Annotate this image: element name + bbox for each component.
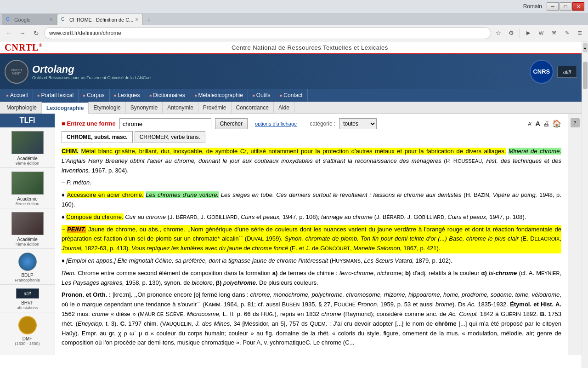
compose-ref1: (J. BÉRARD, J. GOBILLIARD, Cuirs et peau… — [168, 213, 320, 220]
browser-frame: Romain ─ □ ✕ G Google ✕ C CHROME : Défin… — [0, 0, 588, 368]
category-select[interactable]: toutes substantif verbe — [339, 118, 377, 129]
compose-highlight: Composé du chrome. — [66, 213, 123, 220]
subnav-concordance[interactable]: Concordance — [232, 102, 274, 114]
sidebar-sub-acad8: 8ème édition — [3, 201, 52, 206]
rem-text: Chrome entre comme second élément de com… — [62, 270, 561, 286]
pmeeton-text: P. méton. — [67, 179, 91, 186]
tab-chrome-close[interactable]: ✕ — [135, 17, 139, 22]
tool1-icon[interactable]: ⚒ — [548, 28, 560, 39]
bookmark-icon[interactable]: ☆ — [493, 28, 504, 39]
search-button[interactable]: Chercher — [215, 118, 248, 129]
compose-text: Cuir au chrome — [125, 213, 166, 220]
print-btn[interactable]: 🖨 — [543, 119, 549, 129]
tab-chrome-label: CHROME : Définition de C... — [69, 17, 133, 23]
subnav-lexicographie[interactable]: Lexicographie — [42, 102, 89, 114]
sidebar-item-dmf[interactable]: DMF (1330 - 1500) — [0, 312, 55, 348]
nav-contact[interactable]: Contact — [275, 89, 307, 102]
home-btn[interactable]: 🏠 — [552, 118, 561, 129]
options-section: options d'affichage — [251, 120, 297, 128]
category-label: catégorie : — [310, 120, 335, 128]
nav-lexiques[interactable]: Lexiques — [110, 89, 145, 102]
sidebar-sub-bdlp: Francophonie — [3, 278, 52, 282]
subnav-aide[interactable]: Aide — [274, 102, 294, 114]
scrollbar-track[interactable]: ▲ — [582, 41, 588, 368]
tool2-icon[interactable]: ✎ — [561, 28, 572, 39]
pronon-label: Pronon. et Orth. : — [62, 291, 111, 298]
sidebar-label-acad4: Académie — [3, 237, 52, 242]
subnav-etymologie[interactable]: Etymologie — [89, 102, 125, 114]
peint-ref3: (E. et J. de GONCOURT, Manette Salomon, … — [290, 245, 441, 252]
nav-portail[interactable]: Portail lexical — [33, 89, 79, 102]
dict-tab-chrome[interactable]: CHROME, subst. masc. — [62, 131, 133, 143]
new-tab-button[interactable]: + — [143, 15, 155, 25]
cnrtl-logo: CNRTL® — [5, 42, 43, 53]
subnav-morphologie[interactable]: Morphologie — [2, 102, 42, 114]
chim-tag: CHIM. — [62, 148, 79, 155]
google-favicon: G — [6, 17, 12, 23]
sidebar-item-bdlp[interactable]: BDLP Francophonie — [0, 249, 55, 285]
dict-tab-chromer[interactable]: CHROMER, verbe trans. — [135, 131, 205, 143]
sidebar-item-academie9[interactable]: Académie 9ème édition — [0, 127, 55, 168]
tab-chrome-def[interactable]: C CHROME : Définition de C... ✕ — [57, 14, 143, 25]
sub-nav: Morphologie Lexicographie Etymologie Syn… — [0, 102, 582, 114]
extensions-icon[interactable]: W — [536, 28, 547, 39]
tab-google[interactable]: G Google ✕ — [2, 14, 57, 25]
window-controls: ─ □ ✕ — [547, 2, 584, 11]
peint-text3: Vous repiquez les lumières avec du jaune… — [132, 245, 288, 252]
menu-icon[interactable]: ≡ — [574, 28, 585, 39]
def-section-chim: CHIM. Métal blanc grisâtre, brillant, du… — [62, 147, 561, 175]
sidebar-item-bhvf[interactable]: atilf BHVF attestations — [0, 285, 55, 312]
title-bar: Romain ─ □ ✕ — [0, 0, 588, 13]
cnrtl-banner: INVESTMENT Ortolang Outils et Ressources… — [0, 54, 582, 89]
text-controls: A- A 🖨 🏠 — [528, 118, 561, 129]
nav-metalexicographie[interactable]: Métalexicographie — [190, 89, 248, 102]
tab-google-close[interactable]: ✕ — [49, 17, 53, 22]
def-compose-chrome: ♦ Composé du chrome. Cuir au chrome (J. … — [62, 213, 561, 222]
subnav-proxemie[interactable]: Proxémie — [198, 102, 232, 114]
rem-label: Rem. — [62, 270, 76, 276]
compose-text2: tannage au chrome — [321, 213, 373, 220]
sidebar-item-academie4[interactable]: Académie 4ème édition — [0, 208, 55, 249]
text-larger-btn[interactable]: A — [535, 119, 540, 129]
text-smaller-btn[interactable]: A- — [528, 120, 532, 127]
right-icon-1[interactable]: ? — [571, 118, 580, 127]
chrome-favicon: C — [61, 17, 68, 23]
search-area: ■ Entrez une forme Chercher options d'af… — [62, 118, 561, 129]
settings-icon[interactable]: ⚙ — [506, 28, 517, 39]
right-panel: ? — [568, 114, 582, 355]
peint-text2: Ton fin pour demi-teinte d'or (...) Base… — [361, 235, 519, 242]
nav-corpus[interactable]: Corpus — [79, 89, 110, 102]
dash-peint: – — [62, 226, 67, 233]
back-button[interactable]: ← — [3, 27, 15, 39]
nav-dictionnaires[interactable]: Dictionnaires — [145, 89, 190, 102]
forward-button[interactable]: → — [17, 27, 28, 39]
nav-accueil[interactable]: Accueil — [2, 89, 33, 102]
subnav-synonymie[interactable]: Synonymie — [126, 102, 163, 114]
peint-synon: Synon. chromate de plomb. — [285, 235, 359, 242]
invest-badge: INVESTMENT — [5, 60, 28, 84]
nav-outils[interactable]: Outils — [248, 89, 276, 102]
ortolang-subtitle: Outils et Ressources pour un Traitement … — [32, 75, 151, 80]
cast-icon[interactable]: ▶ — [523, 28, 534, 39]
def-emploi-appos: ♦ [Emploi en appos.] Elle mignotait Céli… — [62, 256, 561, 266]
subnav-antonymie[interactable]: Antonymie — [163, 102, 198, 114]
options-link[interactable]: options d'affichage — [255, 120, 297, 128]
close-button[interactable]: ✕ — [572, 2, 584, 11]
pronon-text: [kro:m]. ,,On prononce encore [o] fermé … — [62, 291, 561, 346]
search-label: ■ Entrez une forme — [62, 119, 116, 128]
restore-button[interactable]: □ — [560, 2, 571, 11]
toolbar: ← → ↻ www.cnrtl.fr/definition/chrome ☆ ⚙… — [0, 25, 588, 41]
scrollbar-thumb[interactable] — [583, 62, 588, 89]
def-rem: Rem. Chrome entre comme second élément d… — [62, 269, 561, 288]
sidebar-label-dmf: DMF — [3, 336, 52, 341]
ortolang-name: Ortolang — [32, 63, 151, 75]
address-bar[interactable]: www.cnrtl.fr/definition/chrome — [44, 27, 491, 39]
reload-button[interactable]: ↻ — [30, 27, 42, 39]
appos-ref: (HUYSMANS, Les Sœurs Vatard, 1879, p. 10… — [330, 257, 452, 264]
cnrtl-top-bar: CNRTL® Centre National de Ressources Tex… — [0, 41, 582, 54]
minimize-button[interactable]: ─ — [547, 2, 559, 11]
sidebar: TLFI Académie 9ème édition Académie 8ème… — [0, 114, 55, 355]
sidebar-item-academie8[interactable]: Académie 8ème édition — [0, 168, 55, 208]
tab-google-label: Google — [14, 17, 30, 23]
search-input[interactable] — [119, 118, 211, 129]
